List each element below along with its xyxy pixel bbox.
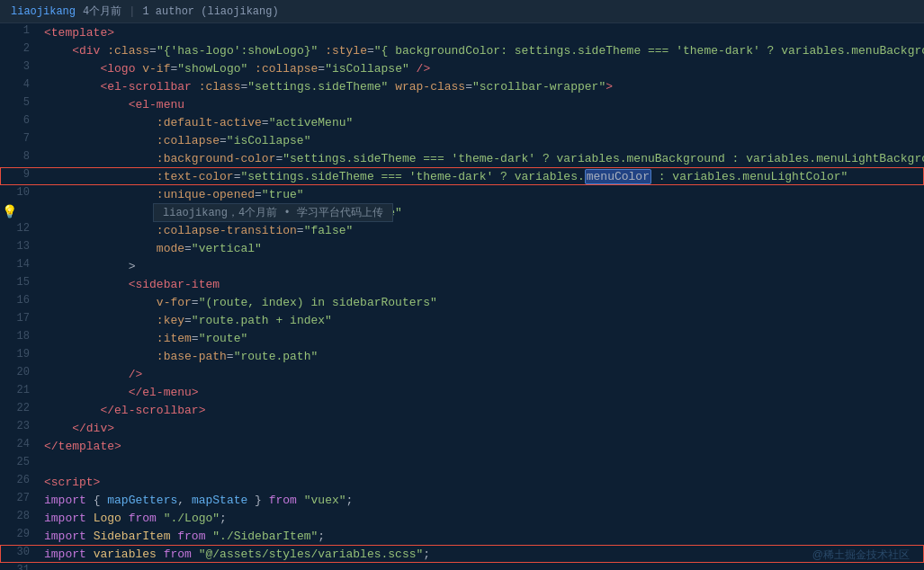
code-line-23: 23 </div> — [0, 419, 924, 437]
line-num-19: 19 — [0, 347, 40, 361]
line-num-5: 5 — [0, 95, 40, 109]
code-line-7: 7 :collapse="isCollapse" — [0, 131, 924, 149]
code-line-30: 30 import variables from "@/assets/style… — [0, 545, 924, 563]
line-num-28: 28 — [0, 509, 40, 522]
code-line-24: 24 </template> — [0, 437, 924, 455]
line-content-14: > — [40, 257, 924, 277]
line-num-16: 16 — [0, 293, 40, 307]
code-line-5: 5 <el-menu — [0, 95, 924, 113]
line-num-4: 4 — [0, 77, 40, 91]
line-num-1: 1 — [0, 23, 40, 37]
commit-time: 4个月前 — [83, 4, 121, 19]
line-content-30: import variables from "@/assets/styles/v… — [40, 545, 924, 565]
line-content-8: :background-color="settings.sideTheme ==… — [40, 149, 924, 169]
line-num-21: 21 — [0, 383, 40, 396]
line-content-5: <el-menu — [40, 95, 924, 115]
line-num-8: 8 — [0, 149, 40, 163]
line-num-30: 30 — [0, 545, 40, 558]
line-num-12: 12 — [0, 221, 40, 235]
code-line-9: 9 :text-color="settings.sideTheme === 't… — [0, 167, 924, 185]
commit-tooltip: liaojikang，4个月前 • 学习平台代码上传 — [153, 203, 393, 222]
code-area: 1 <template> 2 <div :class="{'has-logo':… — [0, 23, 924, 570]
line-num-29: 29 — [0, 527, 40, 540]
code-line-20: 20 /> — [0, 365, 924, 383]
code-line-25: 25 — [0, 455, 924, 473]
line-content-28: import Logo from "./Logo"; — [40, 509, 924, 529]
code-line-19: 19 :base-path="route.path" — [0, 347, 924, 365]
line-content-17: :key="route.path + index" — [40, 311, 924, 331]
line-num-6: 6 — [0, 113, 40, 127]
commit-bar: liaojikang 4个月前 | 1 author (liaojikang) — [0, 0, 924, 23]
code-line-4: 4 <el-scrollbar :class="settings.sideThe… — [0, 77, 924, 95]
line-num-3: 3 — [0, 59, 40, 73]
code-line-17: 17 :key="route.path + index" — [0, 311, 924, 329]
line-num-15: 15 — [0, 275, 40, 289]
line-num-2: 2 — [0, 41, 40, 55]
line-content-27: import { mapGetters, mapState } from "vu… — [40, 491, 924, 511]
line-content-16: v-for="(route, index) in sidebarRouters" — [40, 293, 924, 313]
commit-author: liaojikang — [11, 5, 76, 18]
line-num-14: 14 — [0, 257, 40, 271]
line-content-25 — [40, 455, 924, 475]
code-line-12: 12 :collapse-transition="false" — [0, 221, 924, 239]
line-num-20: 20 — [0, 365, 40, 379]
line-num-11: 💡 — [0, 203, 40, 204]
code-line-18: 18 :item="route" — [0, 329, 924, 347]
line-num-17: 17 — [0, 311, 40, 325]
line-content-22: </el-scrollbar> — [40, 401, 924, 421]
bulb-icon: 💡 — [2, 204, 17, 219]
line-num-27: 27 — [0, 491, 40, 504]
code-line-22: 22 </el-scrollbar> — [0, 401, 924, 419]
line-num-18: 18 — [0, 329, 40, 343]
code-line-21: 21 </el-menu> — [0, 383, 924, 401]
line-content-21: </el-menu> — [40, 383, 924, 403]
line-content-24: </template> — [40, 437, 924, 457]
line-num-25: 25 — [0, 455, 40, 468]
line-content-15: <sidebar-item — [40, 275, 924, 295]
line-content-18: :item="route" — [40, 329, 924, 349]
line-content-6: :default-active="activeMenu" — [40, 113, 924, 133]
line-num-31: 31 — [0, 563, 40, 570]
line-num-13: 13 — [0, 239, 40, 253]
code-line-10: 10 :unique-opened="true" — [0, 185, 924, 203]
code-line-29: 29 import SidebarItem from "./SidebarIte… — [0, 527, 924, 545]
code-line-8: 8 :background-color="settings.sideTheme … — [0, 149, 924, 167]
line-num-24: 24 — [0, 437, 40, 450]
code-line-13: 13 mode="vertical" — [0, 239, 924, 257]
commit-separator: | — [129, 5, 135, 18]
code-line-1: 1 <template> — [0, 23, 924, 41]
line-content-4: <el-scrollbar :class="settings.sideTheme… — [40, 77, 924, 97]
line-content-12: :collapse-transition="false" — [40, 221, 924, 241]
code-container: liaojikang 4个月前 | 1 author (liaojikang) … — [0, 0, 924, 570]
line-num-9: 9 — [0, 167, 40, 181]
line-content-13: mode="vertical" — [40, 239, 924, 259]
line-content-2: <div :class="{'has-logo':showLogo}" :sty… — [40, 41, 924, 61]
line-num-23: 23 — [0, 419, 40, 432]
commit-author-count: 1 author (liaojikang) — [142, 5, 278, 18]
line-content-20: /> — [40, 365, 924, 385]
code-line-2: 2 <div :class="{'has-logo':showLogo}" :s… — [0, 41, 924, 59]
line-content-10: :unique-opened="true" — [40, 185, 924, 205]
line-num-26: 26 — [0, 473, 40, 486]
line-num-22: 22 — [0, 401, 40, 414]
code-line-6: 6 :default-active="activeMenu" — [0, 113, 924, 131]
line-content-26: <script> — [40, 473, 924, 493]
line-num-7: 7 — [0, 131, 40, 145]
line-content-23: </div> — [40, 419, 924, 439]
line-content-7: :collapse="isCollapse" — [40, 131, 924, 151]
code-line-26: 26 <script> — [0, 473, 924, 491]
code-line-14: 14 > — [0, 257, 924, 275]
code-line-27: 27 import { mapGetters, mapState } from … — [0, 491, 924, 509]
line-num-10: 10 — [0, 185, 40, 199]
line-content-3: <logo v-if="showLogo" :collapse="isColla… — [40, 59, 924, 79]
line-content-9: :text-color="settings.sideTheme === 'the… — [40, 167, 924, 187]
code-line-3: 3 <logo v-if="showLogo" :collapse="isCol… — [0, 59, 924, 77]
line-content-1: <template> — [40, 23, 924, 43]
line-content-19: :base-path="route.path" — [40, 347, 924, 367]
code-line-16: 16 v-for="(route, index) in sidebarRoute… — [0, 293, 924, 311]
code-line-11: 💡 :active-text-color="settings.theme" li… — [0, 203, 924, 221]
line-content-29: import SidebarItem from "./SidebarItem"; — [40, 527, 924, 547]
code-line-15: 15 <sidebar-item — [0, 275, 924, 293]
code-line-28: 28 import Logo from "./Logo"; — [0, 509, 924, 527]
